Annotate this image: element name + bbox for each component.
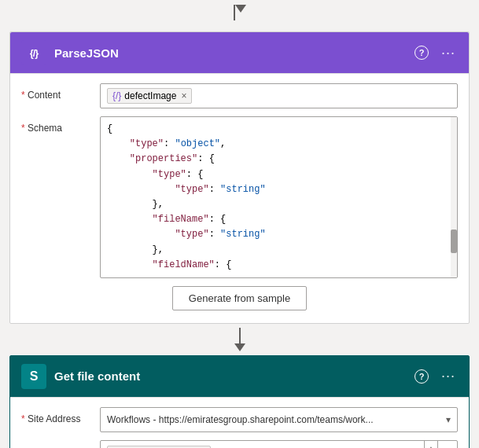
json-line-3: "properties": { [107,152,451,167]
get-file-title: Get file content [54,369,412,383]
generate-from-sample-button[interactable]: Generate from sample [172,286,307,310]
json-line-1: { [107,122,451,137]
site-address-label: * Site Address [21,407,100,424]
parse-json-title: ParseJSON [54,46,412,60]
parse-json-card: {/} ParseJSON ? ··· * Content {/} defect… [9,31,470,324]
parse-json-body: * Content {/} defectImage × * Schema { "… [10,74,469,323]
schema-input[interactable]: { "type": "object", "properties": { "typ… [100,116,458,278]
parse-json-more-button[interactable]: ··· [439,43,458,62]
get-file-header: S Get file content ? ··· [10,356,469,398]
top-connector [0,0,479,25]
schema-scrollbar-thumb[interactable] [451,230,457,253]
file-identifier-label: * File Identifier [21,440,100,448]
file-id-up-button[interactable]: ▲ [425,443,437,448]
file-identifier-field-row: * File Identifier fx encodeUriCom... × ▲… [21,440,458,448]
file-id-folder-button[interactable]: 📁 [437,441,457,448]
json-line-7: "fileName": { [107,212,451,227]
token-label: defectImage [124,90,176,101]
token-icon: {/} [112,90,121,101]
site-address-value: Workflows - https://emiratesgroup.sharep… [107,414,446,425]
defect-image-token[interactable]: {/} defectImage × [107,88,192,104]
json-line-10: "fieldName": { [107,258,451,273]
get-file-actions: ? ··· [412,367,458,386]
site-address-dropdown-icon: ▾ [446,414,451,425]
content-label: * Content [21,83,100,101]
schema-scrollbar[interactable] [451,117,457,277]
get-file-body: * Site Address Workflows - https://emira… [10,398,469,448]
site-address-field-row: * Site Address Workflows - https://emira… [21,407,458,432]
json-line-2: "type": "object", [107,137,451,152]
get-file-help-button[interactable]: ? [412,367,431,386]
file-identifier-input[interactable]: fx encodeUriCom... × [101,442,424,448]
content-field-row: * Content {/} defectImage × [21,83,458,108]
content-input[interactable]: {/} defectImage × [100,83,458,108]
parse-json-icon: {/} [21,40,46,65]
token-close-button[interactable]: × [181,90,186,101]
json-line-4: "type": { [107,167,451,182]
parse-json-actions: ? ··· [412,43,458,62]
middle-connector [0,324,479,355]
schema-label: * Schema [21,116,100,134]
json-line-8: "type": "string" [107,227,451,242]
get-file-more-button[interactable]: ··· [439,367,458,386]
get-file-content-card: S Get file content ? ··· * Site Address … [9,355,470,448]
json-line-9: }, [107,243,451,258]
file-id-spinners: ▲ ▼ [424,441,437,448]
connector-arrowhead [235,5,246,13]
middle-connector-line [239,328,241,343]
schema-field-row: * Schema { "type": "object", "properties… [21,116,458,278]
parse-json-header: {/} ParseJSON ? ··· [10,32,469,74]
json-line-5: "type": "string" [107,182,451,197]
get-file-icon: S [21,364,46,389]
json-line-6: }, [107,197,451,212]
site-address-input[interactable]: Workflows - https://emiratesgroup.sharep… [100,407,458,432]
middle-connector-arrowhead [234,343,245,351]
parse-json-help-button[interactable]: ? [412,43,431,62]
